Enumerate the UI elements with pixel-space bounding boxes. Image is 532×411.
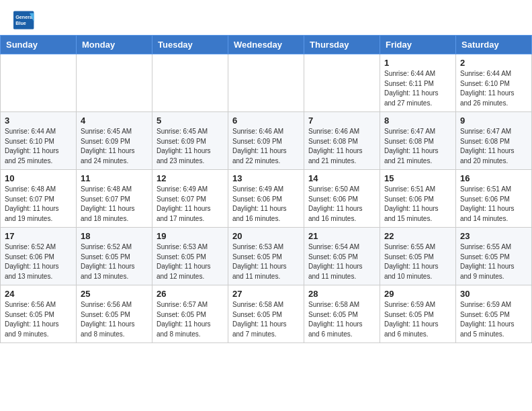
calendar-cell: 29Sunrise: 6:59 AM Sunset: 6:05 PM Dayli… bbox=[380, 285, 456, 343]
day-info: Sunrise: 6:56 AM Sunset: 6:05 PM Dayligh… bbox=[81, 300, 148, 339]
day-info: Sunrise: 6:59 AM Sunset: 6:05 PM Dayligh… bbox=[384, 300, 451, 339]
calendar-cell: 1Sunrise: 6:44 AM Sunset: 6:11 PM Daylig… bbox=[380, 54, 456, 112]
day-info: Sunrise: 6:48 AM Sunset: 6:07 PM Dayligh… bbox=[5, 185, 72, 224]
calendar-week-row: 17Sunrise: 6:52 AM Sunset: 6:06 PM Dayli… bbox=[1, 228, 532, 285]
day-info: Sunrise: 6:52 AM Sunset: 6:06 PM Dayligh… bbox=[5, 242, 72, 281]
calendar-cell: 14Sunrise: 6:50 AM Sunset: 6:06 PM Dayli… bbox=[304, 170, 380, 228]
day-number: 16 bbox=[460, 173, 527, 183]
day-number: 3 bbox=[5, 116, 72, 126]
calendar-cell: 27Sunrise: 6:58 AM Sunset: 6:05 PM Dayli… bbox=[228, 285, 304, 343]
calendar-cell: 8Sunrise: 6:47 AM Sunset: 6:08 PM Daylig… bbox=[380, 112, 456, 170]
calendar-cell: 5Sunrise: 6:45 AM Sunset: 6:09 PM Daylig… bbox=[152, 112, 228, 170]
day-number: 8 bbox=[384, 116, 451, 126]
weekday-header: Monday bbox=[77, 36, 152, 54]
day-info: Sunrise: 6:55 AM Sunset: 6:05 PM Dayligh… bbox=[384, 242, 451, 281]
day-number: 25 bbox=[81, 289, 148, 299]
calendar-cell: 12Sunrise: 6:49 AM Sunset: 6:07 PM Dayli… bbox=[152, 170, 228, 228]
day-info: Sunrise: 6:53 AM Sunset: 6:05 PM Dayligh… bbox=[232, 242, 300, 281]
calendar-cell: 30Sunrise: 6:59 AM Sunset: 6:05 PM Dayli… bbox=[456, 285, 532, 343]
logo-icon: General Blue bbox=[13, 11, 35, 30]
calendar-header-row: SundayMondayTuesdayWednesdayThursdayFrid… bbox=[1, 36, 532, 54]
calendar-cell: 19Sunrise: 6:53 AM Sunset: 6:05 PM Dayli… bbox=[152, 228, 228, 285]
day-info: Sunrise: 6:47 AM Sunset: 6:08 PM Dayligh… bbox=[460, 127, 527, 166]
weekday-header: Friday bbox=[380, 36, 456, 54]
calendar-cell: 4Sunrise: 6:45 AM Sunset: 6:09 PM Daylig… bbox=[77, 112, 152, 170]
calendar-cell: 23Sunrise: 6:55 AM Sunset: 6:05 PM Dayli… bbox=[456, 228, 532, 285]
weekday-header: Saturday bbox=[456, 36, 532, 54]
calendar-cell: 25Sunrise: 6:56 AM Sunset: 6:05 PM Dayli… bbox=[77, 285, 152, 343]
calendar-cell: 28Sunrise: 6:58 AM Sunset: 6:05 PM Dayli… bbox=[304, 285, 380, 343]
day-info: Sunrise: 6:44 AM Sunset: 6:10 PM Dayligh… bbox=[5, 127, 72, 166]
day-info: Sunrise: 6:50 AM Sunset: 6:06 PM Dayligh… bbox=[308, 185, 375, 224]
day-info: Sunrise: 6:59 AM Sunset: 6:05 PM Dayligh… bbox=[460, 300, 527, 339]
weekday-header: Thursday bbox=[304, 36, 380, 54]
day-number: 4 bbox=[81, 116, 148, 126]
day-info: Sunrise: 6:55 AM Sunset: 6:05 PM Dayligh… bbox=[460, 242, 527, 281]
day-info: Sunrise: 6:47 AM Sunset: 6:08 PM Dayligh… bbox=[384, 127, 451, 166]
day-number: 18 bbox=[81, 231, 148, 241]
day-info: Sunrise: 6:49 AM Sunset: 6:07 PM Dayligh… bbox=[157, 185, 224, 224]
day-info: Sunrise: 6:52 AM Sunset: 6:05 PM Dayligh… bbox=[81, 242, 148, 281]
calendar-cell: 16Sunrise: 6:51 AM Sunset: 6:06 PM Dayli… bbox=[456, 170, 532, 228]
day-number: 20 bbox=[232, 231, 300, 241]
weekday-header: Wednesday bbox=[228, 36, 304, 54]
day-number: 28 bbox=[308, 289, 375, 299]
calendar-cell: 24Sunrise: 6:56 AM Sunset: 6:05 PM Dayli… bbox=[1, 285, 77, 343]
day-number: 26 bbox=[157, 289, 224, 299]
day-number: 17 bbox=[5, 231, 72, 241]
calendar-cell: 6Sunrise: 6:46 AM Sunset: 6:09 PM Daylig… bbox=[228, 112, 304, 170]
calendar-week-row: 24Sunrise: 6:56 AM Sunset: 6:05 PM Dayli… bbox=[1, 285, 532, 343]
day-number: 30 bbox=[460, 289, 527, 299]
day-info: Sunrise: 6:46 AM Sunset: 6:08 PM Dayligh… bbox=[308, 127, 375, 166]
day-info: Sunrise: 6:48 AM Sunset: 6:07 PM Dayligh… bbox=[81, 185, 148, 224]
day-number: 23 bbox=[460, 231, 527, 241]
day-number: 2 bbox=[460, 58, 527, 68]
day-info: Sunrise: 6:49 AM Sunset: 6:06 PM Dayligh… bbox=[232, 185, 300, 224]
calendar-week-row: 1Sunrise: 6:44 AM Sunset: 6:11 PM Daylig… bbox=[1, 54, 532, 112]
day-info: Sunrise: 6:51 AM Sunset: 6:06 PM Dayligh… bbox=[384, 185, 451, 224]
day-number: 13 bbox=[232, 173, 300, 183]
calendar-cell bbox=[304, 54, 380, 112]
day-info: Sunrise: 6:45 AM Sunset: 6:09 PM Dayligh… bbox=[157, 127, 224, 166]
day-number: 1 bbox=[384, 58, 451, 68]
day-info: Sunrise: 6:44 AM Sunset: 6:10 PM Dayligh… bbox=[460, 69, 527, 108]
calendar-cell: 10Sunrise: 6:48 AM Sunset: 6:07 PM Dayli… bbox=[1, 170, 77, 228]
day-number: 7 bbox=[308, 116, 375, 126]
day-number: 22 bbox=[384, 231, 451, 241]
day-number: 27 bbox=[232, 289, 300, 299]
calendar-cell: 26Sunrise: 6:57 AM Sunset: 6:05 PM Dayli… bbox=[152, 285, 228, 343]
calendar-cell bbox=[77, 54, 152, 112]
day-number: 9 bbox=[460, 116, 527, 126]
calendar-cell: 13Sunrise: 6:49 AM Sunset: 6:06 PM Dayli… bbox=[228, 170, 304, 228]
weekday-header: Tuesday bbox=[152, 36, 228, 54]
calendar-week-row: 3Sunrise: 6:44 AM Sunset: 6:10 PM Daylig… bbox=[1, 112, 532, 170]
calendar-table: SundayMondayTuesdayWednesdayThursdayFrid… bbox=[0, 35, 532, 343]
page-header: General Blue bbox=[0, 0, 532, 35]
day-number: 10 bbox=[5, 173, 72, 183]
calendar-cell: 2Sunrise: 6:44 AM Sunset: 6:10 PM Daylig… bbox=[456, 54, 532, 112]
logo: General Blue bbox=[13, 11, 35, 30]
day-number: 15 bbox=[384, 173, 451, 183]
calendar-cell: 3Sunrise: 6:44 AM Sunset: 6:10 PM Daylig… bbox=[1, 112, 77, 170]
calendar-cell bbox=[228, 54, 304, 112]
calendar-cell bbox=[1, 54, 77, 112]
calendar-cell: 11Sunrise: 6:48 AM Sunset: 6:07 PM Dayli… bbox=[77, 170, 152, 228]
calendar-cell: 7Sunrise: 6:46 AM Sunset: 6:08 PM Daylig… bbox=[304, 112, 380, 170]
calendar-cell: 20Sunrise: 6:53 AM Sunset: 6:05 PM Dayli… bbox=[228, 228, 304, 285]
day-info: Sunrise: 6:54 AM Sunset: 6:05 PM Dayligh… bbox=[308, 242, 375, 281]
calendar-cell: 17Sunrise: 6:52 AM Sunset: 6:06 PM Dayli… bbox=[1, 228, 77, 285]
calendar-cell: 18Sunrise: 6:52 AM Sunset: 6:05 PM Dayli… bbox=[77, 228, 152, 285]
weekday-header: Sunday bbox=[1, 36, 77, 54]
day-number: 24 bbox=[5, 289, 72, 299]
day-number: 12 bbox=[157, 173, 224, 183]
day-info: Sunrise: 6:56 AM Sunset: 6:05 PM Dayligh… bbox=[5, 300, 72, 339]
day-info: Sunrise: 6:58 AM Sunset: 6:05 PM Dayligh… bbox=[232, 300, 300, 339]
calendar-cell: 22Sunrise: 6:55 AM Sunset: 6:05 PM Dayli… bbox=[380, 228, 456, 285]
calendar-week-row: 10Sunrise: 6:48 AM Sunset: 6:07 PM Dayli… bbox=[1, 170, 532, 228]
day-info: Sunrise: 6:45 AM Sunset: 6:09 PM Dayligh… bbox=[81, 127, 148, 166]
day-info: Sunrise: 6:46 AM Sunset: 6:09 PM Dayligh… bbox=[232, 127, 300, 166]
calendar-cell bbox=[152, 54, 228, 112]
day-number: 11 bbox=[81, 173, 148, 183]
calendar-cell: 9Sunrise: 6:47 AM Sunset: 6:08 PM Daylig… bbox=[456, 112, 532, 170]
day-number: 21 bbox=[308, 231, 375, 241]
